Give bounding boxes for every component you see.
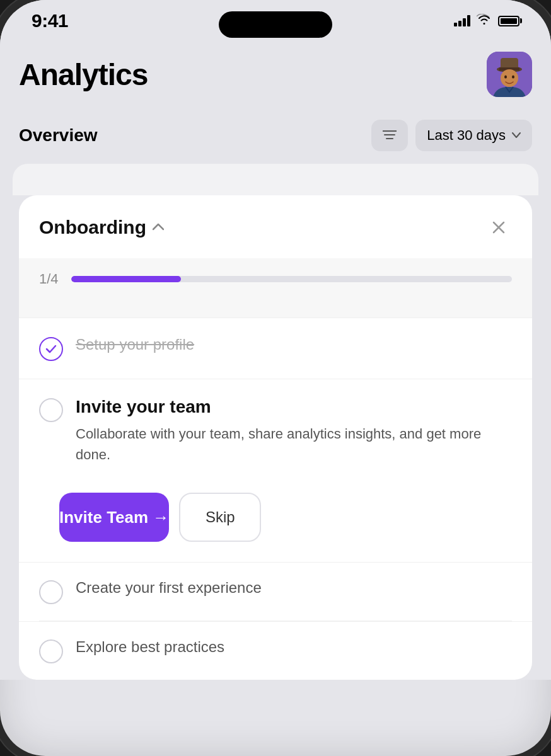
- progress-bar-background: [71, 276, 512, 282]
- invite-team-label: Invite Team →: [59, 508, 169, 527]
- days-selector[interactable]: Last 30 days: [415, 120, 532, 151]
- card-peek: [13, 164, 538, 195]
- filter-button[interactable]: [371, 120, 408, 151]
- filter-icon: [383, 129, 397, 142]
- invite-team-button[interactable]: Invite Team →: [59, 493, 169, 542]
- svg-point-6: [512, 76, 514, 79]
- svg-point-5: [504, 76, 507, 79]
- pending-item-label: Create your first experience: [76, 579, 262, 597]
- status-icons: [454, 14, 519, 28]
- list-item: Invite your team Collaborate with your t…: [19, 379, 532, 562]
- list-item: Explore best practices: [19, 621, 532, 680]
- chevron-down-icon: [512, 131, 521, 140]
- card-header: Onboarding: [19, 195, 532, 258]
- active-item-description: Collaborate with your team, share analyt…: [76, 423, 512, 465]
- overview-label: Overview: [19, 125, 98, 146]
- progress-row: 1/4: [39, 258, 512, 300]
- progress-section: 1/4: [19, 258, 532, 318]
- check-pending-icon: [39, 580, 63, 604]
- days-label: Last 30 days: [427, 127, 506, 144]
- onboarding-card: Onboarding 1/4: [19, 195, 532, 680]
- page-title: Analytics: [19, 57, 148, 92]
- check-completed-icon: [39, 337, 63, 361]
- close-button[interactable]: [485, 214, 512, 241]
- onboarding-title-text: Onboarding: [39, 217, 146, 238]
- completed-item-label: Setup your profile: [76, 336, 194, 353]
- dynamic-island: [219, 11, 332, 38]
- onboarding-title: Onboarding: [39, 217, 164, 238]
- filter-controls: Last 30 days: [371, 120, 532, 151]
- action-row: Invite Team → Skip: [39, 478, 281, 562]
- avatar[interactable]: [487, 52, 532, 97]
- wifi-icon: [477, 14, 492, 28]
- pending-item-label: Explore best practices: [76, 638, 224, 656]
- active-item-title: Invite your team: [76, 397, 512, 417]
- check-pending-icon: [39, 639, 63, 663]
- battery-icon: [498, 16, 519, 26]
- header: Analytics: [19, 37, 532, 110]
- active-item-content: Invite your team Collaborate with your t…: [76, 397, 512, 465]
- signal-icon: [454, 15, 470, 26]
- check-inactive-icon: [39, 398, 63, 422]
- progress-label: 1/4: [39, 271, 59, 287]
- filter-row: Overview Last 30 days: [19, 110, 532, 164]
- skip-button[interactable]: Skip: [179, 493, 261, 542]
- list-item: Create your first experience: [19, 562, 532, 621]
- list-item: Setup your profile: [19, 318, 532, 379]
- app-area: Analytics: [0, 37, 551, 680]
- chevron-up-icon: [153, 222, 164, 233]
- progress-bar-fill: [71, 276, 182, 282]
- phone-frame: 9:41: [0, 0, 551, 756]
- svg-point-4: [501, 69, 518, 87]
- skip-label: Skip: [206, 508, 235, 526]
- status-time: 9:41: [32, 10, 68, 32]
